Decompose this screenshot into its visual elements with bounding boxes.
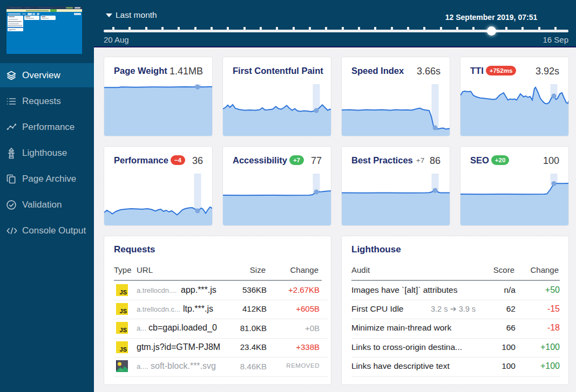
svg-text:JS: JS	[120, 327, 127, 333]
svg-text:JS: JS	[120, 308, 127, 314]
svg-text:JS: JS	[120, 346, 127, 353]
svg-text:JS: JS	[120, 289, 127, 295]
